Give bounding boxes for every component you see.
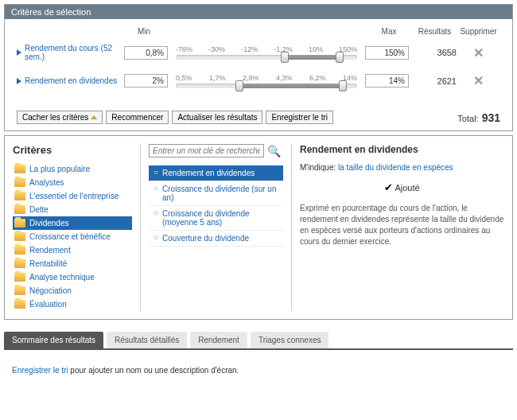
tab[interactable]: Triages connexes [251,332,329,348]
selection-criteria-header: Critères de sélection [5,5,512,19]
criteria-row: Rendement du cours (52 sem.)0,8%-76%-30%… [17,44,500,61]
bottom-note: Enregistrer le tri pour ajouter un nom o… [0,350,517,391]
save-sort-link[interactable]: Enregistrer le tri [12,366,68,375]
folder-icon [14,286,25,295]
bullet-icon: ○ [154,185,158,192]
tab[interactable]: Résultats détaillés [107,332,187,348]
range-slider[interactable]: 0,5%1,7%2,8%4,3%6,2%14% [172,74,361,88]
restart-button[interactable]: Recommencer [106,111,169,124]
check-icon: ✔ [384,181,393,193]
sub-criteria-item[interactable]: ○Rendement en dividendes [149,165,283,181]
search-input[interactable] [149,144,264,158]
tab[interactable]: Sommaire des résultats [4,332,103,348]
folder-item[interactable]: Croissance et bénéfice [13,230,132,243]
bullet-icon: ○ [154,234,158,242]
hide-criteria-button[interactable]: Cacher les critères [17,111,103,124]
slider-handle-max[interactable] [336,52,344,63]
bullet-icon: ○ [154,169,158,177]
slider-handle-min[interactable] [235,80,243,91]
folder-item[interactable]: Dette [13,203,132,216]
tabs: Sommaire des résultatsRésultats détaillé… [4,332,513,350]
folder-item[interactable]: Négociation [13,284,132,298]
folder-item[interactable]: Rentabilité [13,257,132,270]
sub-criteria-list: ○Rendement en dividendes○Croissance du d… [149,165,283,247]
slider-handle-min[interactable] [281,52,289,63]
min-value[interactable]: 0,8% [124,46,168,60]
bullet-icon: ○ [154,209,158,217]
criteria-label[interactable]: Rendement du cours (52 sem.) [17,44,120,61]
folder-item[interactable]: Analystes [13,176,132,189]
folder-icon [14,192,25,200]
max-value[interactable]: 150% [365,46,409,60]
folder-icon [14,300,25,309]
range-slider[interactable]: -76%-30%-12%-1,2%10%150% [172,45,361,60]
delete-button[interactable]: ✕ [457,73,500,88]
result-count: 2621 [413,76,457,86]
folder-icon [14,232,25,241]
folder-icon [14,178,25,187]
added-indicator: ✔Ajouté [300,181,504,193]
col-delete: Supprimer [457,27,500,36]
refresh-results-button[interactable]: Actualiser les résultats [172,111,262,124]
expand-icon [17,78,21,84]
folder-item[interactable]: Évaluation [13,298,132,311]
folder-item[interactable]: Analyse technique [13,270,132,284]
chevron-up-icon [91,115,97,119]
total-display: Total:931 [457,111,500,124]
folder-item[interactable]: La plus populaire [13,162,132,176]
search-icon[interactable]: 🔍 [267,145,281,158]
folder-icon [14,165,25,173]
folder-icon [14,219,25,228]
expand-icon [17,49,21,56]
sub-criteria-item[interactable]: ○Croissance du dividende (moyenne 5 ans) [149,206,283,231]
folder-list: La plus populaireAnalystesL'essentiel de… [13,162,132,311]
sub-criteria-item[interactable]: ○Croissance du dividende (sur un an) [149,181,283,206]
detail-title: Rendement en dividendes [300,144,504,155]
detail-description: Exprimé en pourcentage du cours de l'act… [300,203,504,247]
column-headers: Min Max Résultats Supprimer [17,27,500,36]
min-value[interactable]: 2% [124,74,168,88]
col-max: Max [365,27,413,36]
col-results: Résultats [413,27,457,36]
col-min: Min [120,27,168,36]
indicates-label: M'indique: [300,163,336,172]
indicates-value[interactable]: la taille du dividende en espèces [338,163,453,172]
folder-icon [14,205,25,214]
criteria-label[interactable]: Rendement en dividendes [17,76,120,85]
save-sort-button[interactable]: Enregistrer le tri [266,111,333,124]
delete-button[interactable]: ✕ [457,45,500,60]
sub-criteria-item[interactable]: ○Couverture du dividende [149,231,283,247]
folder-item[interactable]: Dividendes [13,216,132,230]
slider-handle-max[interactable] [339,80,347,91]
criteria-row: Rendement en dividendes2%0,5%1,7%2,8%4,3… [17,73,500,88]
folder-icon [14,259,25,268]
max-value[interactable]: 14% [365,74,409,88]
folder-icon [14,246,25,255]
folder-icon [14,273,25,282]
result-count: 3658 [413,48,457,57]
folder-item[interactable]: L'essentiel de l'entreprise [13,189,132,203]
folder-item[interactable]: Rendement [13,243,132,257]
tab[interactable]: Rendement [190,332,247,348]
criteria-title: Critères [13,144,132,156]
